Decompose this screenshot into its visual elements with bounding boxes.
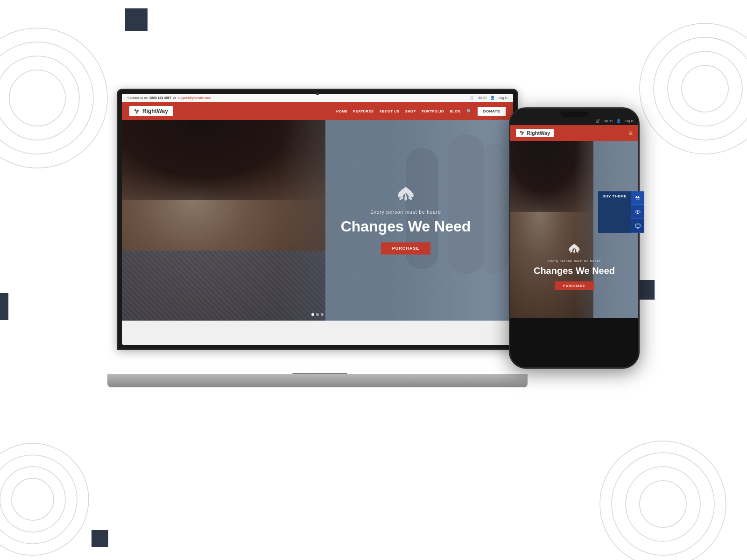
logo-text: RightWay bbox=[142, 108, 168, 114]
phone-notch bbox=[560, 112, 588, 117]
cart-theme-icon[interactable] bbox=[631, 191, 644, 205]
screen-theme-icon[interactable] bbox=[631, 219, 644, 233]
slider-dot-3[interactable] bbox=[321, 313, 324, 316]
buy-theme-row: BUY THEME bbox=[598, 191, 644, 233]
svg-point-18 bbox=[637, 199, 638, 200]
contact-text: Contact us on bbox=[127, 96, 148, 99]
nav-links: HOME FEATURES ABOUT US SHOP PORTFOLIO BL… bbox=[336, 107, 506, 116]
svg-point-19 bbox=[639, 199, 640, 200]
phone-body: 🛒 $0.00 👤 Log in 🦅 RightWay ≡ bbox=[509, 107, 640, 369]
slider-dots bbox=[311, 313, 324, 316]
svg-point-20 bbox=[637, 211, 639, 213]
user-icon: 👤 bbox=[490, 96, 495, 100]
topbar-right: 🛒 $0.00 👤 Log in bbox=[470, 96, 507, 100]
phone-logo: 🦅 RightWay bbox=[516, 129, 554, 137]
phone-logo-text: RightWay bbox=[527, 130, 550, 136]
contact-phone: 0800 123 4567 bbox=[149, 96, 171, 99]
laptop-base bbox=[107, 374, 528, 387]
phone-cart-amount: $0.00 bbox=[604, 119, 613, 123]
svg-rect-21 bbox=[635, 224, 640, 227]
phone-hero-content: Every person must be heard Changes We Ne… bbox=[523, 243, 626, 290]
contact-email: support@yoursite.com bbox=[178, 96, 211, 99]
cart-amount: $0.00 bbox=[478, 96, 486, 99]
phone-hero-title: Changes We Need bbox=[523, 266, 626, 276]
topbar-contact: Contact us on 0800 123 4567 or support@y… bbox=[127, 96, 211, 99]
login-text: Log in bbox=[499, 96, 507, 99]
phone-logo-eagle: 🦅 bbox=[520, 131, 525, 135]
buy-theme-button[interactable]: BUY THEME bbox=[598, 191, 631, 233]
donate-button[interactable]: DONATE bbox=[478, 107, 506, 116]
cart-icon: 🛒 bbox=[470, 96, 474, 100]
site-hero: Every person must be heard Changes We Ne… bbox=[122, 120, 513, 321]
site-navbar: 🦅 RightWay HOME FEATURES ABOUT US SHOP P… bbox=[122, 102, 513, 120]
laptop-screen: Contact us on 0800 123 4567 or support@y… bbox=[122, 94, 513, 345]
laptop-device: Contact us on 0800 123 4567 or support@y… bbox=[117, 89, 523, 387]
nav-about[interactable]: ABOUT US bbox=[379, 109, 399, 113]
slider-dot-1[interactable] bbox=[311, 313, 314, 316]
hero-eagle-emblem bbox=[317, 186, 494, 207]
nav-home[interactable]: HOME bbox=[336, 109, 348, 113]
hero-subtitle: Every person must be heard bbox=[317, 210, 494, 215]
laptop-camera bbox=[316, 92, 319, 95]
phone-login-text: Log in bbox=[625, 119, 634, 123]
contact-or: or bbox=[173, 96, 176, 99]
theme-icon-buttons bbox=[631, 191, 644, 233]
hero-content: Every person must be heard Changes We Ne… bbox=[317, 186, 494, 254]
hero-title: Changes We Need bbox=[317, 218, 494, 235]
phone-user-icon: 👤 bbox=[616, 119, 621, 123]
buy-theme-overlay: BUY THEME bbox=[598, 191, 644, 233]
nav-shop[interactable]: SHOP bbox=[405, 109, 416, 113]
hero-cta-button[interactable]: PURCHASE bbox=[381, 243, 431, 255]
phone-hero-cta[interactable]: PURCHASE bbox=[555, 281, 593, 290]
devices-wrapper: Contact us on 0800 123 4567 or support@y… bbox=[93, 70, 654, 490]
phone-cart-icon: 🛒 bbox=[596, 119, 600, 123]
phone-hero-subtitle: Every person must be heard bbox=[523, 259, 626, 263]
phone-hero-eagle bbox=[523, 243, 626, 258]
nav-portfolio[interactable]: PORTFOLIO bbox=[422, 109, 444, 113]
site-logo: 🦅 RightWay bbox=[129, 106, 173, 116]
nav-features[interactable]: FEATURES bbox=[353, 109, 374, 113]
phone-screen: 🛒 $0.00 👤 Log in 🦅 RightWay ≡ bbox=[510, 109, 638, 367]
search-icon[interactable]: 🔍 bbox=[466, 109, 472, 114]
hamburger-icon[interactable]: ≡ bbox=[629, 129, 633, 137]
phone-device: 🛒 $0.00 👤 Log in 🦅 RightWay ≡ bbox=[509, 107, 640, 369]
eye-theme-icon[interactable] bbox=[631, 205, 644, 219]
nav-blog[interactable]: BLOG bbox=[450, 109, 461, 113]
logo-eagle-icon: 🦅 bbox=[134, 109, 140, 114]
phone-navbar: 🦅 RightWay ≡ bbox=[510, 125, 638, 141]
laptop-body: Contact us on 0800 123 4567 or support@y… bbox=[117, 89, 518, 350]
main-content: Contact us on 0800 123 4567 or support@y… bbox=[0, 0, 747, 560]
svg-point-16 bbox=[405, 189, 407, 191]
svg-point-17 bbox=[574, 246, 575, 247]
slider-dot-2[interactable] bbox=[316, 313, 319, 316]
